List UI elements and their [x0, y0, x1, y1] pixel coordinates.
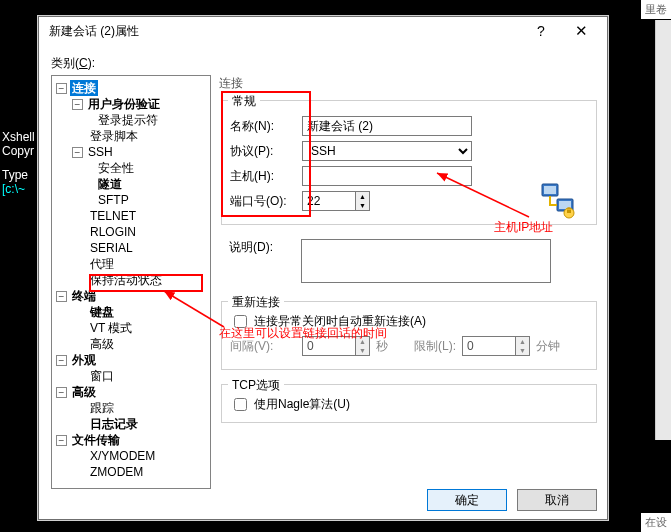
tree-tunnel[interactable]: 隧道 — [52, 176, 210, 192]
limit-input — [462, 336, 516, 356]
tree-logging[interactable]: 日志记录 — [52, 416, 210, 432]
scrollbar[interactable] — [655, 20, 671, 440]
nagle-checkbox[interactable]: 使用Nagle算法(U) — [230, 395, 588, 414]
port-input[interactable] — [302, 191, 356, 211]
ok-button[interactable]: 确定 — [427, 489, 507, 511]
protocol-label: 协议(P): — [230, 143, 302, 160]
tree-rlogin[interactable]: RLOGIN — [52, 224, 210, 240]
minutes-unit: 分钟 — [536, 338, 560, 355]
limit-label: 限制(L): — [414, 338, 456, 355]
tree-filetransfer[interactable]: −文件传输 — [52, 432, 210, 448]
tree-keepalive[interactable]: 保持活动状态 — [52, 272, 210, 288]
tree-advanced2[interactable]: −高级 — [52, 384, 210, 400]
tree-window[interactable]: 窗口 — [52, 368, 210, 384]
tree-zmodem[interactable]: ZMODEM — [52, 464, 210, 480]
description-label: 说明(D): — [229, 239, 301, 256]
tcp-group: TCP选项 使用Nagle算法(U) — [221, 384, 597, 423]
general-legend: 常规 — [228, 93, 260, 110]
category-label: 类别(C): — [51, 55, 95, 72]
page-heading: 连接 — [219, 75, 599, 92]
auto-reconnect-checkbox[interactable]: 连接异常关闭时自动重新连接(A) — [230, 312, 588, 331]
port-spinner[interactable]: ▲▼ — [356, 191, 370, 211]
corner-label-top: 里卷 — [641, 0, 671, 19]
interval-label: 间隔(V): — [230, 338, 302, 355]
tree-keyboard[interactable]: 键盘 — [52, 304, 210, 320]
interval-input — [302, 336, 356, 356]
name-label: 名称(N): — [230, 118, 302, 135]
svg-rect-1 — [544, 186, 556, 194]
tree-connection[interactable]: −连接 — [52, 80, 210, 96]
tree-security[interactable]: 安全性 — [52, 160, 210, 176]
corner-label-bottom: 在设 — [641, 513, 671, 532]
tcp-legend: TCP选项 — [228, 377, 284, 394]
tree-telnet[interactable]: TELNET — [52, 208, 210, 224]
cancel-button[interactable]: 取消 — [517, 489, 597, 511]
tree-proxy[interactable]: 代理 — [52, 256, 210, 272]
tree-sftp[interactable]: SFTP — [52, 192, 210, 208]
terminal-background: Xshell Copyr Type [c:\~ — [2, 130, 35, 196]
protocol-select[interactable]: SSH — [302, 141, 472, 161]
tree-auth[interactable]: −用户身份验证 — [52, 96, 210, 112]
tree-serial[interactable]: SERIAL — [52, 240, 210, 256]
interval-spinner: ▲▼ — [356, 336, 370, 356]
tree-vt[interactable]: VT 模式 — [52, 320, 210, 336]
tree-login-prompt[interactable]: 登录提示符 — [52, 112, 210, 128]
hosts-icon — [539, 181, 579, 221]
port-label: 端口号(O): — [230, 193, 302, 210]
tree-trace[interactable]: 跟踪 — [52, 400, 210, 416]
dialog-title: 新建会话 (2)属性 — [49, 23, 521, 40]
host-input[interactable] — [302, 166, 472, 186]
host-label: 主机(H): — [230, 168, 302, 185]
description-textarea[interactable] — [301, 239, 551, 283]
seconds-unit: 秒 — [376, 338, 388, 355]
session-properties-dialog: 新建会话 (2)属性 ? ✕ 类别(C): −连接 −用户身份验证 登录提示符 … — [38, 16, 608, 520]
tree-xymodem[interactable]: X/YMODEM — [52, 448, 210, 464]
limit-spinner: ▲▼ — [516, 336, 530, 356]
reconnect-group: 重新连接 连接异常关闭时自动重新连接(A) 间隔(V): ▲▼ 秒 限制(L): — [221, 301, 597, 370]
tree-ssh[interactable]: −SSH — [52, 144, 210, 160]
help-button[interactable]: ? — [521, 20, 561, 42]
name-input[interactable] — [302, 116, 472, 136]
tree-advanced[interactable]: 高级 — [52, 336, 210, 352]
tree-terminal[interactable]: −终端 — [52, 288, 210, 304]
tree-login-script[interactable]: 登录脚本 — [52, 128, 210, 144]
tree-appearance[interactable]: −外观 — [52, 352, 210, 368]
reconnect-legend: 重新连接 — [228, 294, 284, 311]
category-tree[interactable]: −连接 −用户身份验证 登录提示符 登录脚本 −SSH 安全性 隧道 SFTP … — [51, 75, 211, 489]
close-button[interactable]: ✕ — [561, 20, 601, 42]
